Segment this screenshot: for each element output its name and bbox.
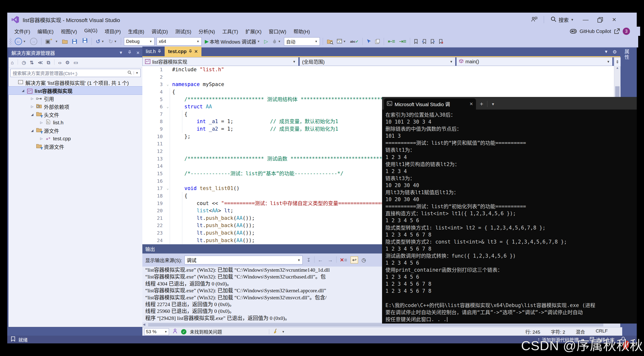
sync-with-active-icon[interactable]: ⇄ (29, 61, 35, 65)
tab-dropdown-chevron-icon[interactable]: ▼ (487, 98, 499, 110)
tree-item[interactable]: ▷外部依赖项 (8, 103, 142, 111)
configuration-dropdown[interactable]: Debug▼ (124, 37, 154, 46)
scroll-up-icon[interactable]: ▲ (614, 66, 620, 71)
restore-button[interactable] (598, 17, 602, 22)
pin-icon[interactable] (158, 49, 161, 54)
new-tab-button[interactable]: + (476, 98, 487, 110)
expander-collapsed-icon[interactable]: ▷ (29, 97, 35, 100)
hot-reload-button[interactable]: ▼ (271, 38, 282, 45)
menu-item[interactable]: 调试(D) (148, 27, 172, 36)
redo-button[interactable]: ↻▼ (107, 38, 118, 46)
encoding-indicator[interactable]: 混合 (576, 328, 585, 335)
cursor-select-button[interactable] (366, 38, 372, 45)
quick-search[interactable]: 搜索 ▼ (550, 16, 574, 23)
chevron-down-icon[interactable]: ▼ (119, 50, 123, 56)
menu-item[interactable]: 测试(S) (172, 27, 195, 36)
start-without-debug-button[interactable]: ▷ (263, 38, 269, 45)
new-file-button[interactable]: ▣✶▼ (44, 38, 59, 45)
fold-collapse-icon[interactable]: ⌄ (166, 81, 172, 88)
spell-check-button[interactable]: abc✓ (349, 39, 360, 44)
indent-right-button[interactable]: ⇥≡ (398, 38, 407, 45)
menu-item[interactable]: 帮助(H) (290, 27, 314, 36)
scroll-left-icon[interactable]: ◀ (143, 322, 145, 326)
save-button[interactable] (71, 38, 78, 45)
bookmark-toggle-button[interactable] (413, 38, 419, 45)
code-line[interactable]: 2 (142, 74, 614, 81)
member-dropdown[interactable]: main() ▼ (456, 57, 612, 66)
pin-icon[interactable] (188, 49, 192, 54)
scope-dropdown[interactable]: (全局范围) ▼ (300, 57, 456, 66)
word-wrap-icon[interactable]: ↩ (350, 257, 358, 263)
terminal-output[interactable]: 在索引为3的位置处插入30后：10 101 2 30 3 4删除链表的中值为偶数… (382, 110, 637, 323)
start-debug-button[interactable]: ▶本地 Windows 调试器▼ (204, 37, 261, 46)
expander-collapsed-icon[interactable]: ▷ (38, 137, 44, 140)
tree-item[interactable]: 解决方案 'list容器模拟实现' (1 个项目, 共 1 个) (8, 79, 142, 87)
sync-with-solution-button[interactable]: ▼ (336, 38, 347, 45)
collapse-all-icon[interactable]: ≪ (38, 60, 43, 66)
undo-button[interactable]: ↺▼ (95, 38, 105, 46)
document-tab-test-cpp[interactable]: test.cpp✕ (165, 47, 202, 56)
code-line[interactable]: 3⌄namespace mySpace (142, 81, 614, 88)
tree-item[interactable]: 资源文件 (8, 143, 142, 151)
tree-item[interactable]: ▷hlist.h (8, 119, 142, 127)
close-button[interactable]: × (609, 16, 620, 24)
menu-item[interactable]: 生成(B) (124, 27, 148, 36)
scrollbar-thumb[interactable] (148, 323, 603, 326)
expander-expanded-icon[interactable]: ◢ (29, 129, 35, 132)
expander-collapsed-icon[interactable]: ▷ (29, 105, 35, 108)
fold-collapse-icon[interactable]: ⌄ (166, 185, 172, 192)
view-code-icon[interactable]: ‹› (58, 60, 62, 66)
menu-item[interactable]: 项目(P) (101, 27, 124, 36)
menu-item[interactable]: 分析(N) (195, 27, 218, 36)
zoom-dropdown[interactable]: 53 % ▼ (144, 328, 169, 335)
properties-side-tab[interactable]: 属性 (623, 49, 630, 60)
open-folder-button[interactable] (61, 38, 69, 45)
menu-item[interactable]: 窗口(W) (265, 27, 290, 36)
bookmark-next-button[interactable] (430, 38, 436, 45)
caret-char-indicator[interactable]: 字符: 2 (551, 328, 565, 335)
project-dropdown[interactable]: +⁺ list容器模拟实现 ▼ (142, 57, 298, 66)
code-line[interactable]: 4{ (142, 88, 614, 96)
tree-item[interactable]: ◢头文件 (8, 111, 142, 119)
prev-message-icon[interactable]: ← (316, 257, 324, 263)
tab-list-chevron-icon[interactable]: ▼ (604, 50, 608, 54)
live-share-icon[interactable] (172, 328, 178, 335)
platform-dropdown[interactable]: x64▼ (157, 37, 202, 46)
solution-explorer-header[interactable]: 解决方案资源管理器 ▼ ✕ (8, 48, 142, 58)
expander-collapsed-icon[interactable]: ▷ (38, 121, 44, 124)
save-all-button[interactable] (80, 38, 88, 45)
expander-expanded-icon[interactable]: ◢ (20, 89, 26, 92)
output-source-dropdown[interactable]: 调试 ▼ (184, 256, 303, 264)
close-icon[interactable]: ✕ (136, 50, 140, 56)
preview-selected-icon[interactable]: ▭ (74, 60, 78, 66)
health-check-icon[interactable]: ✓ (181, 329, 186, 334)
gear-icon[interactable]: ⚙ (612, 49, 617, 55)
indent-left-button[interactable]: ⇤≡ (387, 38, 396, 45)
solution-search-input[interactable]: 搜索解决方案资源管理器(Ctrl+;) ▼ (10, 69, 141, 77)
pending-changes-filter-icon[interactable]: ◷ (22, 60, 26, 66)
chevron-down-icon[interactable]: ▼ (134, 71, 138, 75)
bookmark-prev-button[interactable] (421, 38, 427, 45)
menu-item[interactable]: 视图(V) (57, 27, 80, 36)
find-in-files-button[interactable] (326, 38, 334, 45)
fold-collapse-icon[interactable]: ⌄ (166, 103, 172, 111)
caret-line-indicator[interactable]: 行: 245 (525, 328, 540, 335)
avatar[interactable]: 3 (623, 28, 630, 35)
menu-item[interactable]: 编辑(E) (34, 27, 58, 36)
goto-output-icon[interactable]: ↧ (305, 257, 312, 263)
pin-icon[interactable] (128, 50, 132, 56)
tree-item[interactable]: ◢+⁺list容器模拟实现 (8, 87, 142, 95)
scrollbar-split-handle[interactable]: ⇕ (614, 57, 621, 66)
terminal-tab[interactable]: Microsoft Visual Studio 调 ✕ (384, 98, 476, 110)
close-tab-icon[interactable]: ✕ (194, 49, 198, 54)
nav-forward-button[interactable]: → (29, 37, 38, 46)
code-line[interactable]: 1#include "list.h" (142, 66, 614, 74)
expander-expanded-icon[interactable]: ◢ (29, 113, 35, 116)
nav-back-button[interactable]: ←▼ (14, 37, 27, 46)
menu-item[interactable]: 工具(T) (218, 27, 242, 36)
tree-item[interactable]: ◢源文件 (8, 127, 142, 135)
feedback-icon[interactable] (531, 16, 538, 23)
close-tab-icon[interactable]: ✕ (470, 101, 473, 107)
code-cleanup-broom-icon[interactable] (272, 328, 278, 335)
toolbar-grip[interactable]: ⁘⁘⁘ (9, 38, 12, 45)
